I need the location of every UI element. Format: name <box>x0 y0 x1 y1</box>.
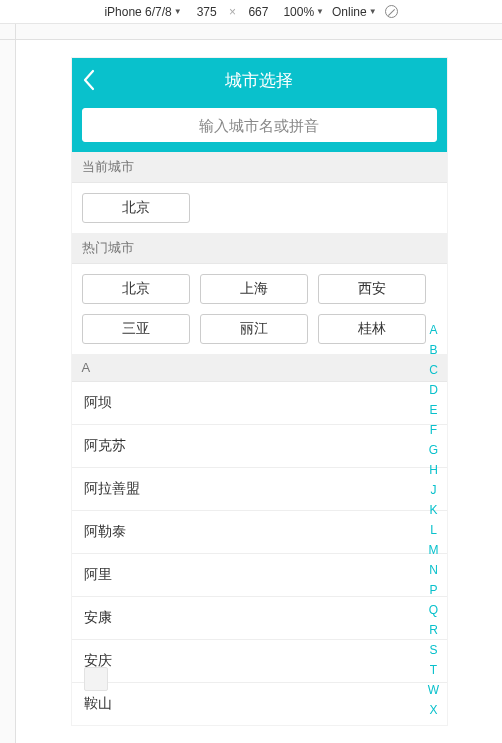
ruler-corner <box>0 24 16 39</box>
index-letter[interactable]: T <box>425 662 443 678</box>
width-input[interactable] <box>190 5 224 19</box>
current-city-chips: 北京 <box>72 183 447 233</box>
chevron-down-icon: ▼ <box>316 7 324 16</box>
dimensions: × <box>190 5 276 19</box>
index-letter[interactable]: X <box>425 702 443 718</box>
chevron-down-icon: ▼ <box>369 7 377 16</box>
device-select[interactable]: iPhone 6/7/8 ▼ <box>104 5 181 19</box>
city-chip[interactable]: 丽江 <box>200 314 308 344</box>
index-letter[interactable]: R <box>425 622 443 638</box>
city-chip[interactable]: 北京 <box>82 274 190 304</box>
app-header: 城市选择 <box>72 58 447 102</box>
hot-city-chips: 北京 上海 西安 三亚 丽江 桂林 <box>72 264 447 354</box>
index-letter[interactable]: B <box>425 342 443 358</box>
city-chip[interactable]: 上海 <box>200 274 308 304</box>
index-letter[interactable]: J <box>425 482 443 498</box>
index-letter[interactable]: F <box>425 422 443 438</box>
index-letter[interactable]: A <box>425 322 443 338</box>
city-chip[interactable]: 西安 <box>318 274 426 304</box>
index-letter[interactable]: W <box>425 682 443 698</box>
city-list-item[interactable]: 阿坝 <box>72 382 447 425</box>
index-letter[interactable]: K <box>425 502 443 518</box>
back-button[interactable] <box>82 58 96 102</box>
city-chip[interactable]: 三亚 <box>82 314 190 344</box>
city-list-item[interactable]: 鞍山 <box>72 683 447 725</box>
search-row <box>72 102 447 152</box>
index-letter[interactable]: C <box>425 362 443 378</box>
section-current-city: 当前城市 <box>72 152 447 183</box>
search-input[interactable] <box>82 108 437 142</box>
index-letter[interactable]: Q <box>425 602 443 618</box>
device-frame: 城市选择 当前城市 北京 热门城市 北京 上海 西安 三亚 丽江 桂林 <box>72 58 447 725</box>
city-list-item[interactable]: 安康 <box>72 597 447 640</box>
city-content[interactable]: 当前城市 北京 热门城市 北京 上海 西安 三亚 丽江 桂林 A 阿坝 阿克苏 … <box>72 152 447 725</box>
devtools-toolbar: iPhone 6/7/8 ▼ × 100% ▼ Online ▼ <box>0 0 502 24</box>
floating-box[interactable] <box>84 667 108 691</box>
index-letter[interactable]: E <box>425 402 443 418</box>
index-letter[interactable]: Y <box>425 722 443 725</box>
index-letter[interactable]: L <box>425 522 443 538</box>
section-letter-a: A <box>72 354 447 382</box>
network-select[interactable]: Online ▼ <box>332 5 377 19</box>
index-letter[interactable]: H <box>425 462 443 478</box>
zoom-select[interactable]: 100% ▼ <box>283 5 324 19</box>
chevron-down-icon: ▼ <box>174 7 182 16</box>
index-letter[interactable]: N <box>425 562 443 578</box>
device-stage: 城市选择 当前城市 北京 热门城市 北京 上海 西安 三亚 丽江 桂林 <box>16 40 502 743</box>
device-label: iPhone 6/7/8 <box>104 5 171 19</box>
city-list-item[interactable]: 阿勒泰 <box>72 511 447 554</box>
index-letter[interactable]: D <box>425 382 443 398</box>
height-input[interactable] <box>241 5 275 19</box>
section-hot-cities: 热门城市 <box>72 233 447 264</box>
ruler-vertical <box>0 40 16 743</box>
block-icon[interactable] <box>385 5 398 18</box>
alphabet-index: A B C D E F G H J K L M N P Q R S <box>425 322 443 725</box>
dimension-separator: × <box>229 5 236 19</box>
city-list-item[interactable]: 阿克苏 <box>72 425 447 468</box>
page-title: 城市选择 <box>225 69 293 92</box>
index-letter[interactable]: G <box>425 442 443 458</box>
city-chip[interactable]: 桂林 <box>318 314 426 344</box>
index-letter[interactable]: S <box>425 642 443 658</box>
zoom-label: 100% <box>283 5 314 19</box>
index-letter[interactable]: P <box>425 582 443 598</box>
city-list-item[interactable]: 阿拉善盟 <box>72 468 447 511</box>
city-chip[interactable]: 北京 <box>82 193 190 223</box>
city-list-item[interactable]: 安庆 <box>72 640 447 683</box>
index-letter[interactable]: M <box>425 542 443 558</box>
ruler-horizontal <box>0 24 502 40</box>
network-label: Online <box>332 5 367 19</box>
chevron-left-icon <box>82 69 96 91</box>
city-list-item[interactable]: 阿里 <box>72 554 447 597</box>
